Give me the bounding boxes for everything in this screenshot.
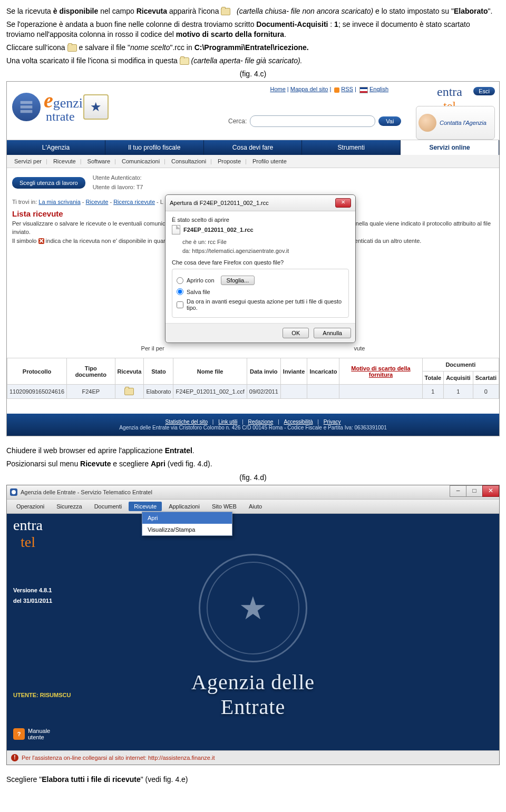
dialog-chosen-label: È stato scelto di aprire bbox=[172, 217, 349, 223]
footer-link-stat[interactable]: Statistiche del sito bbox=[165, 419, 208, 425]
dialog-source: da: https://telematici.agenziaentrate.go… bbox=[182, 247, 349, 256]
per-line: Per il pervute bbox=[7, 345, 499, 351]
uk-flag-icon[interactable] bbox=[359, 87, 368, 93]
subnav-proposte[interactable]: Proposte bbox=[218, 158, 241, 164]
after-c-p2: Posizionarsi sul menu Ricevute e sceglie… bbox=[6, 459, 500, 469]
entratel-desktop-frame: Agenzia delle Entrate - Servizio Telemat… bbox=[6, 485, 500, 765]
utente-label: UTENTE: RISUMSCU bbox=[13, 692, 71, 698]
subnav-ricevute[interactable]: Ricevute bbox=[53, 158, 76, 164]
menu-sicurezza[interactable]: Sicurezza bbox=[51, 502, 87, 511]
manuale-button[interactable]: ? Manualeutente bbox=[13, 728, 50, 740]
contatta-agenzia-button[interactable]: Contatta l'Agenzia bbox=[416, 106, 495, 140]
subnav-servizi-per[interactable]: Servizi per bbox=[14, 158, 42, 164]
fig-4c-caption: (fig. 4.c) bbox=[6, 70, 500, 78]
footer-bar: Statistiche del sito | Link utili | Reda… bbox=[7, 414, 499, 436]
folder-closed-icon[interactable] bbox=[124, 388, 134, 395]
intro-p2: Se l'operazione è andata a buon fine nel… bbox=[6, 19, 500, 40]
footer-link-util[interactable]: Link utili bbox=[218, 419, 237, 425]
rss-icon[interactable] bbox=[334, 87, 339, 93]
assist-bar: ! Per l'assistenza on-line collegarsi al… bbox=[7, 750, 499, 765]
dialog-question: Che cosa deve fare Firefox con questo fi… bbox=[172, 259, 349, 266]
link-home[interactable]: Home bbox=[270, 86, 285, 92]
subnav-comunicazioni[interactable]: Comunicazioni bbox=[122, 158, 160, 164]
desktop-menubar: Operazioni Sicurezza Documenti Ricevute … bbox=[7, 500, 499, 514]
dialog-close-button[interactable]: ✕ bbox=[335, 198, 351, 208]
th-documenti: Documenti bbox=[422, 358, 499, 371]
folder-open-icon bbox=[180, 57, 189, 65]
warning-icon: ! bbox=[11, 754, 18, 761]
search-input[interactable] bbox=[250, 115, 375, 127]
link-english[interactable]: English bbox=[369, 86, 388, 92]
menu-operazioni[interactable]: Operazioni bbox=[11, 502, 50, 511]
auth-info: Utente Autenticato: Utente di lavoro: T7 bbox=[93, 173, 143, 192]
menu-sitoweb[interactable]: Sito WEB bbox=[207, 502, 242, 511]
menu-ricevute[interactable]: Ricevute bbox=[129, 502, 162, 511]
window-min-button[interactable]: – bbox=[450, 485, 466, 497]
submenu-visualizza[interactable]: Visualizza/Stampa bbox=[142, 524, 232, 535]
intro-p4: Una volta scaricato il file l'icona si m… bbox=[6, 56, 500, 66]
subnav-consultazioni[interactable]: Consultazioni bbox=[171, 158, 206, 164]
th-inviante: Inviante bbox=[280, 358, 307, 385]
link-mappa[interactable]: Mappa del sito bbox=[290, 86, 328, 92]
checkbox-always[interactable] bbox=[177, 301, 183, 308]
crumb-ricevute[interactable]: Ricevute bbox=[86, 199, 109, 205]
subnav-software[interactable]: Software bbox=[87, 158, 110, 164]
ricevute-table: Protocollo Tipo documento Ricevuta Stato… bbox=[7, 358, 499, 399]
dialog-title: Apertura di F24EP_012011_002_1.rcc bbox=[170, 200, 269, 206]
sub-navbar: Servizi per| Ricevute| Software| Comunic… bbox=[7, 155, 499, 168]
crumb-scrivania[interactable]: La mia scrivania bbox=[38, 199, 80, 205]
menu-aiuto[interactable]: Aiuto bbox=[244, 502, 267, 511]
agent-avatar-icon bbox=[419, 114, 436, 132]
sfoglia-button[interactable]: Sfoglia... bbox=[221, 276, 255, 285]
republic-crest-icon: ★ bbox=[83, 94, 109, 120]
vai-button[interactable]: Vai bbox=[378, 116, 401, 126]
dialog-filename: F24EP_012011_002_1.rcc bbox=[183, 227, 254, 233]
agenzia-logo-icon bbox=[12, 93, 41, 121]
tab-agenzia[interactable]: L'Agenzia bbox=[7, 140, 105, 155]
radio-open-with[interactable] bbox=[177, 277, 183, 284]
dialog-cancel-button[interactable]: Annulla bbox=[314, 328, 351, 338]
th-scartati: Scartati bbox=[473, 371, 499, 385]
ricevute-submenu: Apri Visualizza/Stampa bbox=[142, 512, 232, 536]
th-tipo: Tipo documento bbox=[67, 358, 115, 385]
menu-documenti[interactable]: Documenti bbox=[89, 502, 128, 511]
footer-address: Agenzia delle Entrate via Cristoforo Col… bbox=[11, 425, 495, 431]
th-stato: Stato bbox=[144, 358, 173, 385]
subnav-profilo-utente[interactable]: Profilo utente bbox=[252, 158, 287, 164]
footer-link-acc[interactable]: Accessibilità bbox=[284, 419, 313, 425]
th-incaricato: Incaricato bbox=[307, 358, 339, 385]
scegli-utenza-button[interactable]: Scegli utenza di lavoro bbox=[12, 177, 85, 189]
menu-applicazioni[interactable]: Applicazioni bbox=[163, 502, 205, 511]
main-navbar: L'Agenzia Il tuo profilo fiscale Cosa de… bbox=[7, 140, 499, 155]
tab-profilo[interactable]: Il tuo profilo fiscale bbox=[105, 140, 204, 155]
th-acquisiti: Acquisiti bbox=[444, 371, 473, 385]
version-label: Versione 4.8.1del 31/01/2011 bbox=[13, 585, 52, 606]
th-motivo[interactable]: Motivo di scarto della fornitura bbox=[339, 358, 422, 385]
folder-closed-icon bbox=[67, 44, 77, 52]
top-links: Home | Mappa del sito | RSS | English bbox=[270, 86, 388, 93]
crumb-ricerca[interactable]: Ricerca ricevute bbox=[113, 199, 155, 205]
after-c-p1: Chiudere il web browser ed aprire l'appl… bbox=[6, 446, 500, 456]
th-protocollo: Protocollo bbox=[7, 358, 67, 385]
app-icon bbox=[10, 488, 17, 496]
tab-strumenti[interactable]: Strumenti bbox=[302, 140, 401, 155]
esci-button[interactable]: Esci bbox=[473, 87, 495, 95]
entratel-brand: entra tel bbox=[13, 517, 43, 551]
tab-cosa[interactable]: Cosa devi fare bbox=[204, 140, 303, 155]
footer-link-priv[interactable]: Privacy bbox=[324, 419, 341, 425]
footer-link-red[interactable]: Redazione bbox=[248, 419, 274, 425]
window-max-button[interactable]: □ bbox=[466, 485, 483, 497]
th-ricevuta: Ricevuta bbox=[115, 358, 144, 385]
download-dialog: Apertura di F24EP_012011_002_1.rcc ✕ È s… bbox=[165, 194, 356, 343]
submenu-apri[interactable]: Apri bbox=[142, 512, 232, 524]
tab-servizi[interactable]: Servizi online bbox=[401, 140, 499, 155]
entratel-web-frame: egenziantrate ★ Home | Mappa del sito | … bbox=[6, 81, 500, 436]
th-nome: Nome file bbox=[173, 358, 247, 385]
dialog-ok-button[interactable]: OK bbox=[283, 328, 309, 338]
link-rss[interactable]: RSS bbox=[341, 86, 353, 92]
document-icon bbox=[172, 225, 180, 234]
window-close-button[interactable]: ✕ bbox=[482, 485, 499, 497]
intro-p3: Cliccare sull'icona e salvare il file "n… bbox=[6, 43, 500, 53]
radio-save-file[interactable] bbox=[177, 288, 183, 295]
th-data: Data invio bbox=[247, 358, 280, 385]
